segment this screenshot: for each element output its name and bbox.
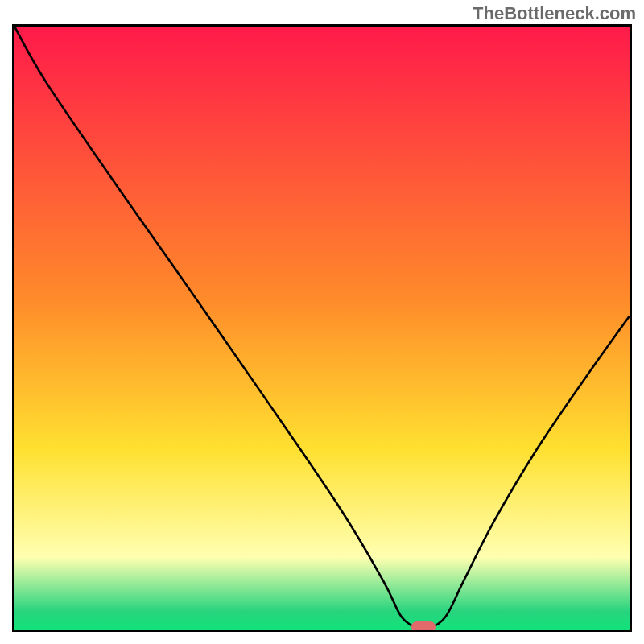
watermark-text: TheBottleneck.com (473, 3, 636, 24)
bottleneck-curve (14, 27, 630, 630)
plot-frame (12, 24, 632, 632)
optimum-marker (411, 621, 436, 632)
chart-container: TheBottleneck.com (0, 0, 644, 644)
plot-area (14, 27, 630, 630)
